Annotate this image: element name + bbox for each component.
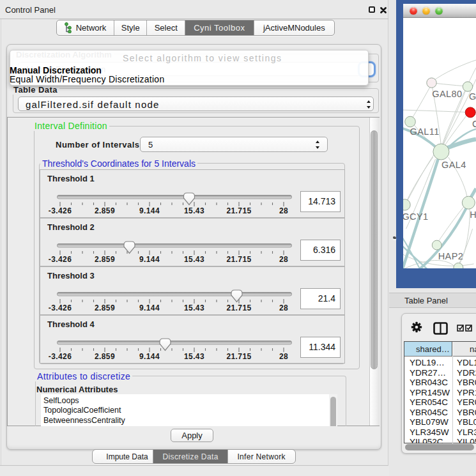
svg-text:2.859: 2.859 <box>95 206 115 215</box>
svg-text:15.43: 15.43 <box>184 352 204 361</box>
svg-text:GCY1: GCY1 <box>403 211 428 222</box>
svg-text:21.715: 21.715 <box>226 206 251 215</box>
svg-text:21.715: 21.715 <box>226 352 251 361</box>
svg-text:-3.426: -3.426 <box>49 303 72 312</box>
svg-text:-3.426: -3.426 <box>49 352 72 361</box>
svg-text:HIS: HIS <box>470 210 476 220</box>
svg-text:28: 28 <box>279 206 288 215</box>
svg-text:9.144: 9.144 <box>139 352 160 361</box>
svg-text:HAP2: HAP2 <box>438 251 463 261</box>
svg-text:-3.426: -3.426 <box>49 206 72 215</box>
svg-text:28: 28 <box>279 255 288 264</box>
svg-text:9.144: 9.144 <box>139 255 160 264</box>
svg-text:GAL80: GAL80 <box>432 89 462 99</box>
svg-text:9.144: 9.144 <box>139 206 160 215</box>
svg-text:GA: GA <box>469 91 476 102</box>
svg-text:2.859: 2.859 <box>95 255 115 264</box>
svg-text:GAL4: GAL4 <box>441 160 466 170</box>
svg-text:CY: CY <box>472 119 476 129</box>
svg-text:9.144: 9.144 <box>139 303 160 312</box>
svg-text:15.43: 15.43 <box>184 303 204 312</box>
svg-text:2.859: 2.859 <box>95 352 115 361</box>
svg-text:15.43: 15.43 <box>184 206 204 215</box>
svg-text:15.43: 15.43 <box>184 255 204 264</box>
svg-text:GAL11: GAL11 <box>410 127 440 137</box>
svg-text:28: 28 <box>279 303 288 312</box>
svg-text:28: 28 <box>279 352 288 361</box>
svg-text:21.715: 21.715 <box>226 255 251 264</box>
svg-text:-3.426: -3.426 <box>49 255 72 264</box>
svg-text:2.859: 2.859 <box>95 303 115 312</box>
svg-text:21.715: 21.715 <box>226 303 251 312</box>
